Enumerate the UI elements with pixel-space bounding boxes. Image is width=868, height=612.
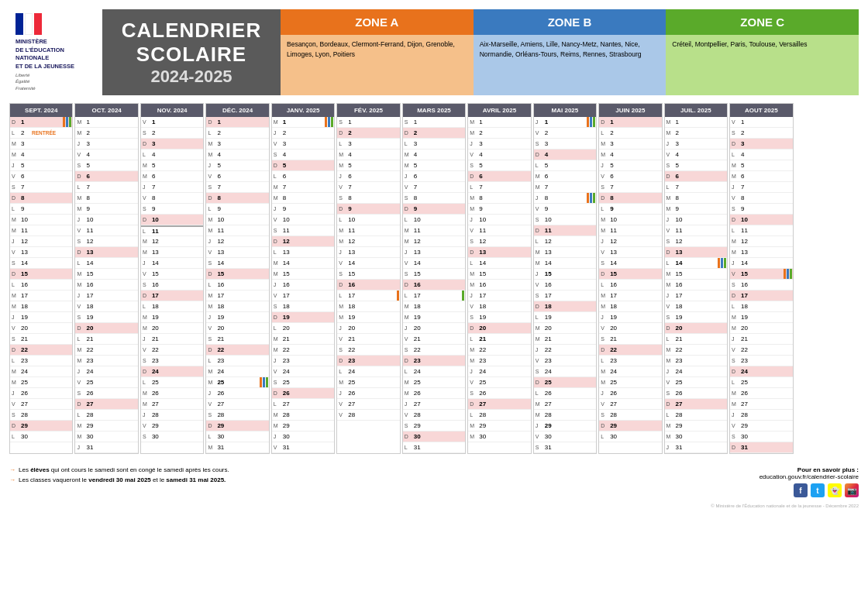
- day-row: S22: [403, 345, 465, 356]
- day-row: V24: [272, 366, 334, 377]
- month-jan-header: JANV. 2025: [272, 104, 334, 117]
- day-row: L16: [206, 280, 268, 291]
- day-row: D8: [599, 193, 661, 204]
- month-jan: JANV. 2025 M1 J2 V3 S4 D5 L6 M7 M8 J9 V1…: [271, 103, 335, 454]
- day-row: S7: [599, 182, 661, 193]
- day-row: V2: [534, 128, 596, 139]
- day-row: S16: [141, 280, 203, 291]
- day-row: J17: [75, 291, 137, 301]
- day-row: J29: [534, 421, 596, 431]
- day-row: D27: [75, 399, 137, 410]
- day-row: L25: [730, 377, 792, 388]
- day-row: V27: [599, 399, 661, 410]
- day-row: M13: [730, 247, 792, 258]
- day-row: V11: [75, 225, 137, 236]
- day-row: J12: [10, 236, 72, 247]
- day-row: M25: [337, 377, 399, 388]
- day-row: V22: [141, 345, 203, 356]
- day-row: L7: [468, 182, 530, 193]
- day-row: D19: [272, 312, 334, 323]
- day-row: D1: [206, 117, 268, 128]
- month-dec-header: DÉC. 2024: [206, 104, 268, 117]
- day-row: M10: [10, 215, 72, 225]
- day-row: V10: [272, 215, 334, 225]
- day-row: S28: [206, 410, 268, 421]
- motto: LibertéÉgalitéFraternité: [16, 72, 96, 91]
- footer-info-label: Pour en savoir plus :: [760, 466, 859, 473]
- day-row: M9: [75, 204, 137, 215]
- facebook-icon: f: [794, 483, 808, 497]
- day-row: M17: [10, 291, 72, 301]
- day-row: J5: [10, 160, 72, 171]
- day-row: V23: [534, 356, 596, 366]
- day-row: D4: [534, 150, 596, 160]
- day-row: L23: [10, 356, 72, 366]
- month-mar-header: MARS 2025: [403, 104, 465, 117]
- day-row: M29: [665, 421, 727, 431]
- day-row: J9: [272, 204, 334, 215]
- day-row: D15: [10, 269, 72, 280]
- day-row: D3: [730, 139, 792, 150]
- day-row: M11: [10, 225, 72, 236]
- day-row: M11: [403, 225, 465, 236]
- day-row: J28: [141, 410, 203, 421]
- day-row: M2: [665, 128, 727, 139]
- day-row: L2: [599, 128, 661, 139]
- day-row: D9: [337, 204, 399, 215]
- day-row: D16: [403, 280, 465, 291]
- day-row: S7: [10, 182, 72, 193]
- day-row: M20: [141, 323, 203, 334]
- day-row: L31: [403, 442, 465, 453]
- calendar-grid: SEPT. 2024 D1 L2RENTRÉE M3 M4 J5 V6 S7 D…: [9, 103, 859, 454]
- day-row: L10: [337, 215, 399, 225]
- day-row: L19: [534, 312, 596, 323]
- day-row: M16: [75, 280, 137, 291]
- day-row: V8: [141, 193, 203, 204]
- day-row: M3: [10, 139, 72, 150]
- month-feb-header: FÉV. 2025: [337, 104, 399, 117]
- day-row: V25: [468, 377, 530, 388]
- day-row: M15: [272, 269, 334, 280]
- day-row: V20: [599, 323, 661, 334]
- day-row: L30: [10, 431, 72, 442]
- day-row: L30: [599, 431, 661, 442]
- day-row: V4: [75, 150, 137, 160]
- day-row: L9: [10, 204, 72, 215]
- day-row: M20: [730, 323, 792, 334]
- header: MINISTÈREDE L'ÉDUCATIONNATIONALEET DE LA…: [9, 9, 859, 95]
- day-row: M24: [599, 366, 661, 377]
- day-row: V29: [141, 421, 203, 431]
- month-jul: JUIL. 2025 M1 M2 J3 V4 S5 D6 L7 M8 M9 J1…: [664, 103, 728, 454]
- day-row: M18: [599, 301, 661, 312]
- day-row: M18: [206, 301, 268, 312]
- day-row: M25: [599, 377, 661, 388]
- day-row: V6: [206, 171, 268, 182]
- day-row: D15: [599, 269, 661, 280]
- day-row: M16: [468, 280, 530, 291]
- day-row: J3: [665, 139, 727, 150]
- day-row: S14: [206, 258, 268, 269]
- day-row: S19: [75, 312, 137, 323]
- footer: → Les élèves qui ont cours le samedi son…: [9, 462, 859, 502]
- day-row: J21: [730, 334, 792, 345]
- day-row: M15: [468, 269, 530, 280]
- day-row: J31: [665, 442, 727, 453]
- day-row: D6: [665, 171, 727, 182]
- day-row: L11: [141, 225, 203, 236]
- day-row: J2: [272, 128, 334, 139]
- day-row: M8: [272, 193, 334, 204]
- month-sept: SEPT. 2024 D1 L2RENTRÉE M3 M4 J5 V6 S7 D…: [9, 103, 73, 454]
- month-apr: AVRIL 2025 M1 M2 J3 V4 S5 D6 L7 M8 M9 J1…: [467, 103, 531, 454]
- day-row: V21: [403, 334, 465, 345]
- day-row: V16: [534, 280, 596, 291]
- zone-c: ZONE C Créteil, Montpellier, Paris, Toul…: [666, 9, 859, 95]
- month-oct: OCT. 2024 M1 M2 J3 V4 S5 D6 L7 M8 M9 J10…: [74, 103, 138, 454]
- day-row: D15: [206, 269, 268, 280]
- day-row: S21: [206, 334, 268, 345]
- day-row: L10: [403, 215, 465, 225]
- day-row: M21: [534, 334, 596, 345]
- day-row: J5: [599, 160, 661, 171]
- day-row: J3: [468, 139, 530, 150]
- day-row: M4: [10, 150, 72, 160]
- day-row: L18: [730, 301, 792, 312]
